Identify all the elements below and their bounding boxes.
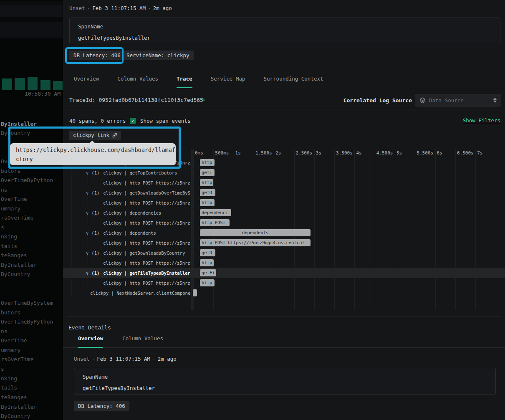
- trace-span-row[interactable]: clickpy | http POST https://z5nrzhttp: [63, 278, 505, 288]
- trace-span-row[interactable]: ∨(1)clickpy | dependenciesdependenci: [63, 208, 505, 218]
- background-span-label[interactable]: OverTime: [1, 337, 27, 344]
- span-duration-bar[interactable]: http: [200, 159, 215, 166]
- span-row-label[interactable]: ∨(1)clickpy | getFileTypesByInstaller: [86, 268, 190, 278]
- background-span-label[interactable]: OverTime: [1, 196, 27, 202]
- span-duration-bar[interactable]: http: [200, 179, 213, 186]
- span-duration-bar[interactable]: dependenci: [200, 209, 231, 216]
- severity-label: Unset: [69, 5, 85, 11]
- span-duration-bar[interactable]: http: [200, 259, 214, 266]
- trace-span-row[interactable]: ∨(1)clickpy | getDownloadsByCountrygetD: [63, 248, 505, 258]
- background-span-label[interactable]: butors: [1, 309, 20, 316]
- background-span-label[interactable]: s: [1, 224, 4, 230]
- edit-trace-id-icon[interactable]: ✎: [202, 96, 205, 103]
- span-row-label[interactable]: clickpy | NextNodeServer.clientCompone: [90, 288, 190, 298]
- background-span-label[interactable]: ByInstaller: [1, 121, 37, 127]
- span-row-label[interactable]: ∨(1)clickpy | dependencies: [86, 208, 190, 218]
- trace-span-row[interactable]: clickpy | http POST https://z5nrzhttp: [63, 178, 505, 188]
- collapse-chevron-icon[interactable]: ∨: [86, 250, 88, 256]
- background-span-label[interactable]: ns: [1, 328, 8, 334]
- db-latency-badge[interactable]: DB Latency: 406: [74, 401, 129, 411]
- trace-span-row[interactable]: clickpy | http POST https://z5nrzhttp: [63, 198, 505, 208]
- span-row-label[interactable]: ∨(1)clickpy | getDownloadsByCountry: [86, 248, 190, 258]
- db-latency-badge[interactable]: DB Latency: 406: [69, 51, 125, 60]
- trace-span-row[interactable]: clickpy | http POST https://z5nrzhttp: [63, 258, 505, 268]
- event-tab-overview[interactable]: Overview: [78, 335, 103, 347]
- tab-trace[interactable]: Trace: [177, 76, 192, 88]
- background-span-label[interactable]: nking: [1, 375, 17, 382]
- event-tab-column-values[interactable]: Column Values: [122, 335, 163, 347]
- span-row-label[interactable]: ∨(1)clickpy | getTopContributors: [86, 168, 190, 178]
- span-duration-bar[interactable]: dependents: [200, 229, 311, 236]
- span-row-label[interactable]: ∨(1)clickpy | getDownloadsOverTimeByS: [86, 188, 190, 198]
- span-duration-bar[interactable]: [193, 289, 197, 296]
- trace-span-row[interactable]: clickpy | NextNodeServer.clientCompone: [63, 288, 505, 298]
- span-name-text: clickpy | getTopContributors: [103, 170, 177, 175]
- background-span-label[interactable]: Ove: [1, 158, 10, 164]
- background-band: [0, 22, 63, 38]
- background-span-label[interactable]: teRanges: [1, 252, 27, 258]
- span-row-label[interactable]: clickpy | http POST https://z5nrz: [103, 238, 190, 248]
- background-span-label[interactable]: teRanges: [1, 394, 27, 400]
- histogram-bar: [40, 80, 50, 90]
- span-duration-bar[interactable]: getT: [200, 169, 215, 176]
- background-span-label[interactable]: ByCountry: [1, 130, 30, 136]
- background-span-label[interactable]: ByInstaller: [1, 262, 37, 268]
- show-filters-link[interactable]: Show Filters: [463, 117, 500, 124]
- span-row-label[interactable]: clickpy | http POST https://z5nrz: [103, 198, 190, 208]
- trace-span-row[interactable]: ∨(1)clickpy | dependentsdependents: [63, 228, 505, 238]
- collapse-chevron-icon[interactable]: ∨: [86, 170, 88, 175]
- event-timestamp: Feb 3 11:07:15 AM: [92, 5, 146, 11]
- background-span-label[interactable]: tails: [1, 385, 17, 391]
- clickpy-link-chip[interactable]: clickpy_link: [69, 131, 121, 140]
- background-span-label[interactable]: tails: [1, 243, 17, 249]
- span-duration-bar[interactable]: getD: [200, 189, 215, 196]
- trace-span-row[interactable]: ∨(1)clickpy | getDownloadsOverTimeBySget…: [63, 188, 505, 198]
- span-duration-bar[interactable]: http: [200, 199, 215, 206]
- collapse-chevron-icon[interactable]: ∨: [86, 230, 88, 235]
- background-span-label[interactable]: nking: [1, 233, 17, 240]
- tab-overview[interactable]: Overview: [74, 76, 99, 88]
- tab-surrounding-context[interactable]: Surrounding Context: [264, 76, 323, 88]
- background-span-label[interactable]: rsOverTime: [1, 215, 33, 221]
- collapse-chevron-icon[interactable]: ∨: [86, 210, 88, 215]
- trace-span-row[interactable]: clickpy | http POST https://z5nrzhttp PO…: [63, 218, 505, 228]
- span-name-text: clickpy | dependents: [103, 230, 156, 235]
- span-row-label[interactable]: clickpy | http POST https://z5nrz: [103, 278, 190, 288]
- collapse-chevron-icon[interactable]: ∨: [86, 271, 88, 276]
- background-span-label[interactable]: OverTimeByPython: [1, 319, 53, 325]
- span-duration-bar[interactable]: getD: [200, 249, 215, 256]
- span-duration-bar[interactable]: http POST https://z5nrz9qgc4.us-central: [200, 239, 311, 246]
- show-span-events-label[interactable]: Show span events: [140, 118, 190, 124]
- span-row-label[interactable]: ∨(1)clickpy | dependents: [86, 228, 190, 238]
- histogram-bar: [15, 78, 25, 90]
- tab-column-values[interactable]: Column Values: [117, 76, 158, 88]
- trace-span-row[interactable]: clickpy | http POST https://z5nrzhttp PO…: [63, 238, 505, 248]
- background-span-label[interactable]: s: [1, 366, 4, 372]
- span-row-label[interactable]: clickpy | http POST https://z5nrz: [103, 178, 190, 188]
- span-row-label[interactable]: clickpy | http POST https://z5nrz: [103, 218, 190, 228]
- background-span-label[interactable]: butors: [1, 168, 20, 174]
- service-name-badge[interactable]: ServiceName: clickpy: [122, 51, 194, 60]
- background-span-label[interactable]: ByInstaller: [1, 404, 37, 410]
- collapse-chevron-icon[interactable]: ∨: [86, 190, 88, 195]
- background-span-label[interactable]: ns: [1, 187, 8, 193]
- background-span-label[interactable]: OverTimeByPython: [1, 177, 53, 183]
- data-source-select[interactable]: Data Source: [415, 94, 501, 106]
- span-duration-bar[interactable]: getFi: [200, 269, 216, 276]
- background-span-label[interactable]: rsOverTime: [1, 356, 33, 362]
- span-duration-bar[interactable]: http POST: [200, 219, 230, 226]
- background-span-label[interactable]: OverTimeBySystem: [1, 300, 53, 306]
- background-span-label[interactable]: ByCountry: [1, 271, 30, 277]
- span-row-label[interactable]: clickpy | http POST https://z5nrz: [103, 258, 190, 268]
- background-span-label[interactable]: ummary: [1, 347, 20, 353]
- timeline-tick-label: 2s: [275, 150, 281, 156]
- tooltip-url-line1: https://clickpy.clickhouse.com/dashboard…: [16, 145, 170, 154]
- timeline-tick-label: 5.500s: [417, 150, 433, 156]
- show-span-events-checkbox[interactable]: ✓: [130, 118, 136, 124]
- span-duration-bar[interactable]: http: [200, 279, 215, 286]
- background-span-label[interactable]: ummary: [1, 205, 20, 212]
- trace-span-row[interactable]: ∨(1)clickpy | getFileTypesByInstallerget…: [63, 268, 505, 278]
- background-span-label[interactable]: ByCountry: [1, 413, 30, 419]
- tab-service-map[interactable]: Service Map: [211, 76, 245, 88]
- trace-span-row[interactable]: ∨(1)clickpy | getTopContributorsgetT: [63, 168, 505, 178]
